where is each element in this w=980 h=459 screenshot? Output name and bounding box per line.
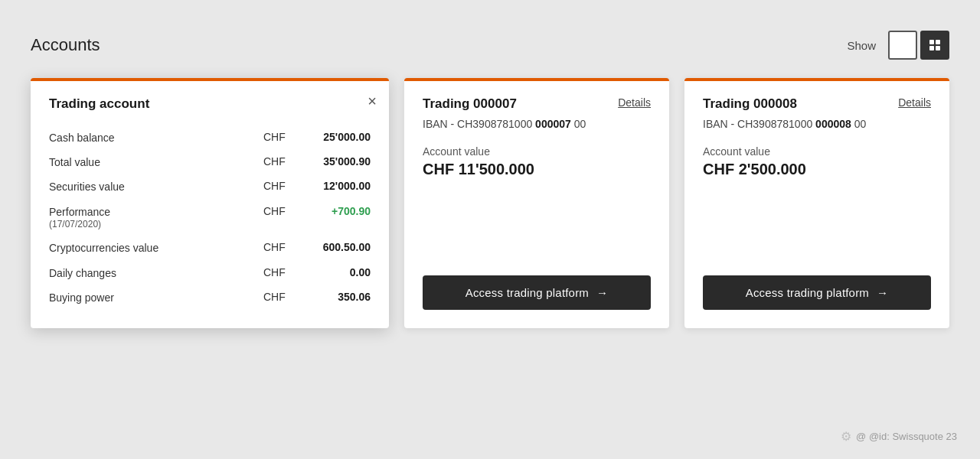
popup-row-value: 0.00 — [305, 266, 371, 278]
card-title: Trading 000008 — [703, 96, 797, 112]
grid-icon — [928, 38, 942, 52]
popup-row-currency: CHF — [263, 241, 298, 253]
card-account-value: CHF 2'500.000 — [703, 161, 931, 178]
card-details-link[interactable]: Details — [618, 96, 651, 109]
popup-row-value: +700.90 — [305, 205, 371, 217]
popup-row-label: Buying power — [49, 291, 263, 304]
card-header: Trading 000008 Details — [703, 96, 931, 112]
popup-row: Total valueCHF35'000.90 — [49, 150, 371, 174]
popup-row-label: Total value — [49, 155, 263, 169]
access-btn-label: Access trading platform — [466, 286, 589, 299]
svg-rect-5 — [929, 46, 934, 50]
access-trading-platform-button[interactable]: Access trading platform → — [423, 275, 651, 310]
account-card: Trading 000007 Details IBAN - CH39087810… — [404, 78, 669, 328]
account-cards-container: Trading 000007 Details IBAN - CH39087810… — [404, 78, 949, 328]
card-account-value: CHF 11'500.000 — [423, 161, 651, 178]
svg-rect-6 — [936, 46, 940, 50]
watermark-icon: ⚙ — [841, 429, 851, 444]
popup-row: Performance(17/07/2020)CHF+700.90 — [49, 200, 371, 236]
svg-rect-0 — [897, 41, 908, 43]
list-icon — [896, 38, 910, 52]
card-iban-bold: 000008 — [815, 118, 851, 130]
svg-rect-4 — [936, 40, 940, 44]
popup-card: Trading account × Cash balanceCHF25'000.… — [31, 78, 389, 328]
popup-title: Trading account — [49, 96, 371, 112]
card-account-value-label: Account value — [423, 145, 651, 158]
popup-row: Daily changesCHF0.00 — [49, 261, 371, 285]
popup-row-currency: CHF — [263, 205, 298, 217]
header-right: Show — [847, 31, 949, 60]
popup-row-label: Cash balance — [49, 131, 263, 145]
card-iban: IBAN - CH3908781000 000008 00 — [703, 118, 931, 130]
popup-row: Securities valueCHF12'000.00 — [49, 174, 371, 199]
popup-row: Cash balanceCHF25'000.00 — [49, 125, 371, 150]
show-label: Show — [847, 39, 876, 52]
card-title: Trading 000007 — [423, 96, 517, 112]
card-iban-bold: 000007 — [535, 118, 571, 130]
close-button[interactable]: × — [368, 93, 377, 109]
svg-rect-2 — [897, 47, 908, 50]
page-title: Accounts — [31, 35, 100, 55]
grid-view-button[interactable] — [920, 31, 949, 60]
access-btn-arrow: → — [596, 286, 608, 299]
header: Accounts Show — [31, 31, 949, 60]
cards-area: Trading account × Cash balanceCHF25'000.… — [31, 78, 949, 328]
popup-row-label: Performance(17/07/2020) — [49, 205, 263, 231]
popup-row-value: 600.50.00 — [305, 241, 371, 253]
popup-row-currency: CHF — [263, 266, 298, 278]
popup-row-label: Securities value — [49, 180, 263, 194]
card-header: Trading 000007 Details — [423, 96, 651, 112]
popup-row-value: 12'000.00 — [305, 180, 371, 192]
watermark-text: @ @id: Swissquote 23 — [856, 431, 957, 442]
popup-row-value: 35'000.90 — [305, 155, 371, 168]
popup-row: Buying powerCHF350.06 — [49, 285, 371, 310]
account-card: Trading 000008 Details IBAN - CH39087810… — [684, 78, 949, 328]
popup-rows: Cash balanceCHF25'000.00Total valueCHF35… — [49, 125, 371, 310]
popup-row: Cryptocurrencies valueCHF600.50.00 — [49, 236, 371, 260]
popup-row-currency: CHF — [263, 291, 298, 303]
card-account-value-label: Account value — [703, 145, 931, 158]
card-iban: IBAN - CH3908781000 000007 00 — [423, 118, 651, 130]
access-btn-label: Access trading platform — [746, 286, 869, 299]
popup-row-currency: CHF — [263, 180, 298, 192]
popup-row-currency: CHF — [263, 131, 298, 143]
card-details-link[interactable]: Details — [898, 96, 931, 109]
svg-rect-3 — [929, 40, 934, 44]
page: Accounts Show — [0, 0, 980, 459]
popup-row-currency: CHF — [263, 155, 298, 168]
view-toggle — [888, 31, 949, 60]
popup-row-label: Daily changes — [49, 266, 263, 280]
svg-rect-1 — [897, 44, 908, 47]
access-btn-arrow: → — [877, 286, 888, 299]
popup-row-value: 25'000.00 — [305, 131, 371, 143]
watermark: ⚙ @ @id: Swissquote 23 — [841, 429, 957, 444]
access-trading-platform-button[interactable]: Access trading platform → — [703, 275, 931, 310]
popup-row-value: 350.06 — [305, 291, 371, 303]
list-view-button[interactable] — [888, 31, 917, 60]
popup-row-label: Cryptocurrencies value — [49, 241, 263, 255]
